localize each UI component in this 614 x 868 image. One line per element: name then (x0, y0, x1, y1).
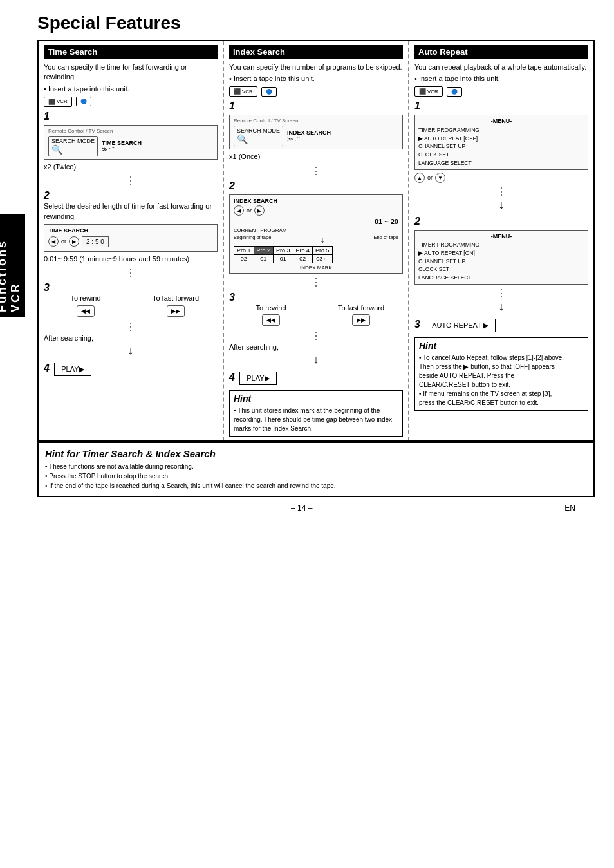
pro2-header: Pro.2 (254, 246, 274, 254)
step3-rewind-col: To rewind ◀◀ (44, 294, 127, 317)
vcr-device-icon3: ⬛VCR (414, 86, 443, 97)
is-step3-forward-col: To fast forward ▶▶ (319, 303, 403, 327)
bottom-hint-line3: • If the end of the tape is reached duri… (45, 481, 587, 491)
is-rewind-icon: ◀◀ (262, 314, 280, 326)
ar-step3-number: 3 (414, 319, 420, 330)
ar-step1-number: 1 (414, 100, 420, 111)
pro5-val: 03← (313, 254, 333, 263)
is-prev-btn: ◀ (234, 205, 244, 216)
time-search-devices: ⬛VCR 🔵 (44, 97, 218, 107)
rewind-icon: ◀◀ (77, 305, 95, 317)
is-current-prog: CURRENT PROGRAM (234, 227, 398, 233)
step3-forward-col: To fast forward ▶▶ (134, 294, 218, 317)
page-number: – 14 – (291, 504, 312, 513)
pro1-header: Pro.1 (234, 246, 254, 254)
is-tape-labels: Beginning of tape ↓ End of tape (234, 234, 398, 245)
play-button-ts: PLAY▶ (54, 363, 91, 376)
ar-step2-menu: -MENU- TIMER PROGRAMMING ▶ AUTO REPEAT [… (414, 230, 588, 285)
auto-repeat-step1: 1 -MENU- TIMER PROGRAMMING ▶ AUTO REPEAT… (414, 100, 588, 182)
index-mark-label: INDEX MARK (234, 265, 398, 270)
auto-repeat-intro: You can repeat playback of a whole tape … (414, 62, 588, 72)
is-display-range: 01 ~ 20 (234, 218, 398, 225)
is-step3-forward-label: To fast forward (319, 303, 403, 313)
vcr-device-icon: ⬛VCR (44, 97, 72, 107)
after-searching-ts: After searching, (44, 334, 218, 342)
step3-rewind-label: To rewind (44, 294, 127, 303)
ar-hint-title: Hint (419, 341, 584, 351)
auto-repeat-header: Auto Repeat (414, 45, 588, 59)
pro4-val: 02 (293, 254, 313, 263)
forward-icon: ▶▶ (167, 305, 185, 317)
time-search-step1: 1 Remote Control / TV Screen SEARCH MODE… (44, 111, 218, 172)
bottom-hint-section: Hint for Timer Search & Index Search • T… (39, 442, 593, 496)
is-step1-label: x1 (Once) (229, 152, 403, 162)
step1-label: x2 (Twice) (44, 162, 218, 172)
dots1: ⋮ (44, 176, 218, 186)
page-lang: EN (564, 504, 575, 513)
ar-up-btn: ▲ (414, 173, 425, 183)
vcr-device-icon2: ⬛VCR (229, 86, 257, 97)
step4-number: 4 (44, 363, 50, 373)
is-step3-cols: To rewind ◀◀ To fast forward ▶▶ (229, 303, 403, 327)
step3-cols: To rewind ◀◀ To fast forward ▶▶ (44, 294, 218, 317)
vcr-sidebar-label: VCR Functions (0, 214, 25, 317)
bottom-hint-line2: • Press the STOP button to stop the sear… (45, 471, 587, 481)
index-search-step4: 4 PLAY▶ (229, 370, 403, 386)
index-search-bullet: • Insert a tape into this unit. (229, 75, 403, 82)
next-btn: ▶ (69, 236, 79, 247)
step2-value: 0:01~ 9:59 (1 minute~9 hours and 59 minu… (44, 254, 218, 264)
step1-diagram-label: TIME SEARCH (102, 140, 142, 146)
time-search-header: Time Search (44, 45, 218, 59)
index-search-hint: Hint • This unit stores index mark at th… (229, 390, 403, 437)
index-search-devices: ⬛VCR 🔵 (229, 86, 403, 97)
arrow-ar1: ↓ (414, 198, 588, 212)
remote-device-icon: 🔵 (76, 97, 91, 106)
time-search-step4: 4 PLAY▶ (44, 361, 218, 377)
is-step2-number: 2 (229, 180, 235, 191)
time-search-step3: 3 To rewind ◀◀ To fast forward ▶▶ (44, 282, 218, 317)
is-step1-diagram: Remote Control / TV Screen SEARCH MODE🔍 … (229, 115, 403, 149)
is-hint-title: Hint (234, 393, 398, 404)
bottom-hint-line1: • These functions are not available duri… (45, 462, 587, 471)
step1-diagram: Remote Control / TV Screen SEARCH MODE🔍 … (44, 125, 218, 160)
is-hint-text: • This unit stores index mark at the beg… (234, 406, 398, 433)
prev-btn: ◀ (48, 236, 59, 247)
pro4-header: Pro.4 (293, 246, 313, 254)
is-step4-number: 4 (229, 372, 235, 382)
index-search-step3: 3 To rewind ◀◀ To fast forward ▶▶ (229, 292, 403, 327)
ar-down-btn: ▼ (435, 173, 445, 183)
is-dots3: ⋮ (229, 331, 403, 341)
arrow-down-is: ↓ (229, 353, 403, 366)
auto-repeat-hint: Hint • To cancel Auto Repeat, follow ste… (414, 337, 588, 411)
index-search-intro: You can specify the number of programs t… (229, 62, 403, 72)
time-search-step2: 2 Select the desired length of time for … (44, 190, 218, 264)
dots2: ⋮ (44, 268, 218, 278)
is-forward-icon: ▶▶ (352, 314, 370, 326)
is-step3-rewind-col: To rewind ◀◀ (229, 303, 313, 327)
is-step1-diagram-label: INDEX SEARCH (287, 129, 331, 136)
auto-repeat-bullet: • Insert a tape into this unit. (414, 75, 588, 82)
ar-step1-buttons: ▲ or ▼ (414, 173, 588, 183)
after-searching-is: After searching, (229, 343, 403, 351)
time-display: 2 : 5 0 (82, 236, 109, 247)
ar-step1-menu: -MENU- TIMER PROGRAMMING ▶ AUTO REPEAT [… (414, 115, 588, 169)
step2-number: 2 (44, 190, 50, 201)
time-search-intro: You can specify the time for fast forwar… (44, 62, 218, 82)
auto-repeat-devices: ⬛VCR 🔵 (414, 86, 588, 97)
bottom-hint-title: Hint for Timer Search & Index Search (45, 448, 587, 459)
is-dots2: ⋮ (229, 278, 403, 288)
is-next-btn: ▶ (254, 205, 265, 216)
page-title: Special Features (37, 13, 595, 33)
pro5-header: Pro.5 (313, 246, 333, 254)
step3-forward-label: To fast forward (134, 294, 218, 303)
index-search-step2: 2 INDEX SEARCH ◀ or ▶ 01 ~ 20 CURRENT PR… (229, 180, 403, 274)
pro2-val: 01 (254, 254, 274, 263)
step3-number: 3 (44, 282, 50, 293)
play-button-is: PLAY▶ (239, 372, 276, 385)
index-search-header: Index Search (229, 45, 403, 59)
pro3-header: Pro.3 (274, 246, 293, 254)
page-footer: – 14 – EN (19, 497, 595, 519)
remote-device-icon2: 🔵 (261, 87, 277, 97)
auto-repeat-step2: 2 -MENU- TIMER PROGRAMMING ▶ AUTO REPEAT… (414, 216, 588, 285)
is-step3-rewind-label: To rewind (229, 303, 313, 313)
